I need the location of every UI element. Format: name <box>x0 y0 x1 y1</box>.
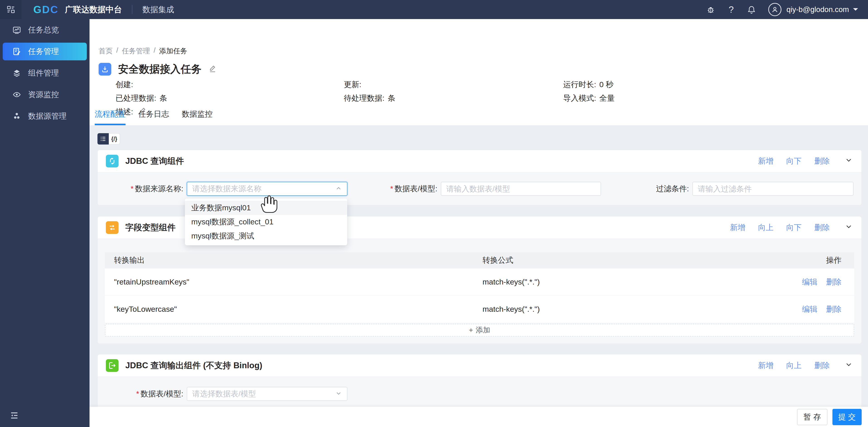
sync-arrows-icon <box>108 157 117 165</box>
move-up-link[interactable]: 向上 <box>758 222 774 233</box>
move-up-link[interactable]: 向上 <box>786 360 802 371</box>
transform-table: 转换输出 转换公式 操作 "retainUpstreamKeys" match-… <box>105 252 854 323</box>
filter-condition-input-field[interactable] <box>698 184 848 193</box>
edit-row-link[interactable]: 编辑 <box>802 277 817 287</box>
meta-row-2: 已处理数据: 条 待处理数据: 条 导入模式: 全量 <box>116 93 615 103</box>
dropdown-option[interactable]: mysql数据源_collect_01 <box>185 215 347 229</box>
menu-fold-icon <box>9 411 19 420</box>
save-draft-button[interactable]: 暂 存 <box>797 409 827 425</box>
table-model-label: *数据表/模型: <box>347 183 441 194</box>
table-row: "retainUpstreamKeys" match-keys(".*.") 编… <box>105 268 854 295</box>
edit-row-link[interactable]: 编辑 <box>802 304 817 314</box>
topbar-divider <box>132 5 132 14</box>
sidebar-item-label: 资源监控 <box>28 89 59 100</box>
collapse-section-button[interactable] <box>845 156 853 166</box>
delete-component-link[interactable]: 删除 <box>814 156 830 166</box>
meta-pending: 待处理数据: 条 <box>344 93 563 104</box>
topbar: GDC 广联达数据中台 数据集成 ? <box>0 0 868 19</box>
table-model-input-field[interactable] <box>446 184 596 193</box>
collapse-section-button[interactable] <box>845 223 853 233</box>
datasource-dropdown: 业务数据mysql01 mysql数据源_collect_01 mysql数据源… <box>185 199 347 245</box>
topbar-right: ? qiy-b@glodon.com <box>695 3 858 16</box>
section-actions: 新增 向上 删除 <box>758 360 853 371</box>
sidebar-collapse-button[interactable] <box>9 411 19 421</box>
code-view-toggle-button[interactable]: {/} <box>109 133 120 145</box>
delete-component-link[interactable]: 删除 <box>814 360 830 371</box>
help-button[interactable]: ? <box>726 4 736 15</box>
user-menu-caret-icon[interactable] <box>853 8 858 13</box>
add-component-link[interactable]: 新增 <box>758 156 774 166</box>
tab-task-log[interactable]: 任务日志 <box>138 103 169 125</box>
bug-icon <box>706 5 715 14</box>
breadcrumb-item-task-management[interactable]: 任务管理 <box>122 46 150 56</box>
section-actions: 新增 向上 向下 删除 <box>730 222 853 233</box>
breadcrumb-item-home[interactable]: 首页 <box>99 46 113 56</box>
meta-label: 创建: <box>116 79 133 90</box>
output-table-model-select[interactable]: 请选择数据表/模型 <box>187 387 347 401</box>
module-name[interactable]: 数据集成 <box>142 4 174 15</box>
meta-value: 全量 <box>599 93 615 104</box>
label-text: 过滤条件: <box>656 184 689 193</box>
jdbc-output-component-icon <box>106 359 119 372</box>
bug-report-button[interactable] <box>706 4 716 15</box>
datasource-name-label: *数据来源名称: <box>98 183 187 194</box>
sidebar-item-component-management[interactable]: 组件管理 <box>3 64 87 82</box>
sidebar-item-label: 组件管理 <box>28 68 59 78</box>
meta-label: 更新: <box>344 79 361 90</box>
section-body: 转换输出 转换公式 操作 "retainUpstreamKeys" match-… <box>98 239 861 343</box>
app-grid-menu-button[interactable] <box>0 0 22 19</box>
label-text: 数据表/模型: <box>141 389 183 398</box>
meta-updated: 更新: <box>344 79 563 90</box>
collapse-section-button[interactable] <box>845 361 853 371</box>
sidebar-item-task-management[interactable]: 任务管理 <box>3 42 87 60</box>
meta-value: 条 <box>159 93 167 104</box>
notifications-button[interactable] <box>746 4 756 15</box>
sidebar-item-task-overview[interactable]: 任务总览 <box>3 21 87 39</box>
swap-arrows-icon <box>108 223 117 232</box>
meta-label: 运行时长: <box>563 79 596 90</box>
filter-condition-input[interactable] <box>692 182 854 196</box>
submit-button[interactable]: 提 交 <box>832 409 862 425</box>
add-transform-button[interactable]: + 添加 <box>105 324 854 337</box>
add-component-link[interactable]: 新增 <box>730 222 745 233</box>
chevron-down-icon <box>845 156 853 164</box>
tab-flow-config[interactable]: 流程配置 <box>95 103 126 125</box>
datasource-name-select[interactable]: 请选择数据来源名称 <box>187 182 347 196</box>
meta-import-mode: 导入模式: 全量 <box>563 93 615 104</box>
table-model-input[interactable] <box>441 182 601 196</box>
dashboard-chart-icon <box>12 25 21 34</box>
list-view-toggle-button[interactable] <box>97 133 109 145</box>
table-row: "keyToLowercase" match-keys(".*.") 编辑 删除 <box>105 295 854 323</box>
list-view-icon <box>100 136 106 142</box>
user-email[interactable]: qiy-b@glodon.com <box>786 5 849 14</box>
tab-data-monitor[interactable]: 数据监控 <box>182 103 213 125</box>
dropdown-option[interactable]: mysql数据源_测试 <box>185 229 347 243</box>
column-header-actions: 操作 <box>773 255 854 265</box>
product-name: 广联达数据中台 <box>65 4 122 15</box>
add-component-link[interactable]: 新增 <box>758 360 774 371</box>
task-title-row: 安全数据接入任务 <box>99 62 217 76</box>
delete-row-link[interactable]: 删除 <box>826 277 841 287</box>
sidebar-item-label: 数据源管理 <box>28 111 67 121</box>
user-avatar[interactable] <box>768 3 781 16</box>
meta-value: 条 <box>388 93 395 104</box>
sidebar-item-resource-monitor[interactable]: 资源监控 <box>3 86 87 104</box>
move-down-link[interactable]: 向下 <box>786 222 802 233</box>
move-down-link[interactable]: 向下 <box>786 156 802 166</box>
brand-logo: GDC <box>33 3 59 16</box>
delete-component-link[interactable]: 删除 <box>814 222 830 233</box>
pencil-icon <box>208 64 217 73</box>
sidebar-item-datasource-management[interactable]: 数据源管理 <box>3 107 87 125</box>
delete-row-link[interactable]: 删除 <box>826 304 841 314</box>
filter-condition-label: 过滤条件: <box>601 183 692 194</box>
chevron-down-icon <box>845 223 853 231</box>
detail-tabs: 流程配置 任务日志 数据监控 <box>95 103 213 125</box>
transform-table-header: 转换输出 转换公式 操作 <box>105 252 854 268</box>
task-type-icon <box>99 63 111 76</box>
select-placeholder: 请选择数据来源名称 <box>192 183 335 194</box>
edit-title-button[interactable] <box>208 64 217 74</box>
meta-value: 0 秒 <box>599 79 613 90</box>
field-transform-component-icon <box>106 221 119 234</box>
section-title: JDBC 查询组件 <box>125 155 184 167</box>
dropdown-option[interactable]: 业务数据mysql01 <box>185 201 347 215</box>
